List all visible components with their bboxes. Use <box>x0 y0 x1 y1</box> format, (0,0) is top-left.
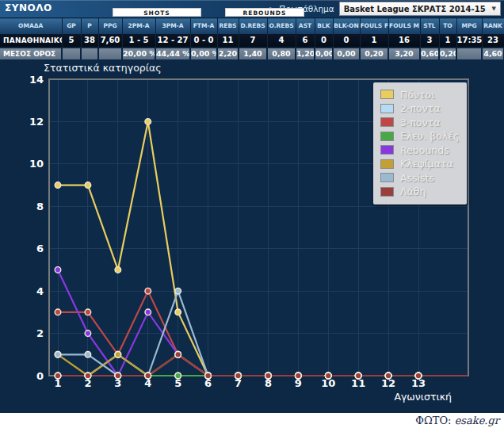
legend-swatch-icon <box>380 159 394 169</box>
data-point <box>175 309 181 315</box>
table-cell: 0,60 <box>420 48 439 59</box>
legend-item[interactable]: Rebounds <box>380 143 459 158</box>
legend-swatch-icon <box>380 187 394 197</box>
page-title: ΣΥΝΟΛΟ <box>5 2 52 13</box>
data-point <box>296 373 302 379</box>
table-cell: 1 - 5 <box>122 34 155 48</box>
y-axis-tick-label: 14 <box>29 73 44 85</box>
column-header: REBS <box>217 18 239 34</box>
table-cell <box>98 48 122 59</box>
data-point <box>325 373 331 379</box>
y-axis-tick-label: 10 <box>29 158 44 170</box>
row-label: ΠΑΝΑΘΗΝΑΙΚΟΣ <box>0 34 62 48</box>
averages-row: ΜΕΣΟΣ ΟΡΟΣ20,00 %44,44 %0,00 %2,201,400,… <box>0 48 504 59</box>
team-totals-row: ΠΑΝΑΘΗΝΑΙΚΟΣ5387,601 - 512 - 270 - 01174… <box>0 34 504 48</box>
table-cell: 4 <box>267 34 296 48</box>
legend-item[interactable]: Ελευ. βολές <box>380 129 459 143</box>
x-axis-title: Αγωνιστική <box>394 391 452 403</box>
table-cell: 0 <box>333 34 360 48</box>
data-point <box>145 309 151 315</box>
column-header: GP <box>62 18 81 34</box>
column-header: ΟΜΑΔΑ <box>0 18 62 34</box>
table-cell: 0,00 % <box>190 48 217 59</box>
legend-item[interactable]: 2-ποντα <box>380 101 459 116</box>
data-point <box>85 330 91 336</box>
legend-swatch-icon <box>380 132 394 141</box>
column-header: TO <box>439 18 456 34</box>
data-point <box>205 373 212 379</box>
legend-item[interactable]: Πόντοι <box>380 88 459 102</box>
column-header: MPG <box>456 18 482 34</box>
column-group-rebounds: REBOUNDS <box>225 8 304 17</box>
photo-credit-source: esake.gr <box>455 415 499 426</box>
column-header: 2PM-A <box>122 18 155 34</box>
table-cell: 0,20 <box>439 48 456 59</box>
column-header: 3PM-A <box>155 18 190 34</box>
data-point <box>55 309 61 315</box>
table-cell: 17:35 <box>456 34 482 48</box>
legend-item[interactable]: Κλεψίματα <box>380 157 459 171</box>
table-cell: 44,44 % <box>155 48 190 59</box>
table-cell: 4,60 <box>482 48 504 59</box>
y-axis-tick-label: 12 <box>29 115 44 127</box>
table-cell: 23 <box>482 34 504 48</box>
data-point <box>85 351 91 357</box>
y-axis-tick-label: 0 <box>36 369 44 381</box>
table-cell: 12 - 27 <box>155 34 190 48</box>
table-cell: 0,00 <box>333 48 360 59</box>
table-cell: 0,00 <box>315 48 333 59</box>
chart-title: Στατιστικά κατηγορίας <box>44 62 162 74</box>
legend-label: Ελευ. βολές <box>400 130 459 142</box>
data-point <box>145 118 151 124</box>
legend-label: Πόντοι <box>400 89 434 101</box>
photo-credit: ΦΩΤΟ: esake.gr <box>0 413 504 428</box>
league-select-value: Basket League ΣΚΡΑΤΣ 2014-15 <box>344 5 486 13</box>
table-cell: 1 <box>360 34 388 48</box>
y-axis-tick-label: 6 <box>36 243 44 254</box>
table-cell: 1,40 <box>239 48 267 59</box>
table-cell: 5 <box>62 34 81 48</box>
legend-label: 3-ποντα <box>400 117 440 128</box>
column-header: BLK-ON <box>333 18 360 34</box>
table-cell: 7,60 <box>98 34 122 48</box>
column-header: RANK <box>482 18 504 34</box>
column-header: BLK <box>315 18 333 34</box>
table-cell: 6 <box>296 34 315 48</box>
table-cell: 1,20 <box>296 48 315 59</box>
data-point <box>385 373 391 379</box>
legend-item[interactable]: Λάθη <box>380 185 459 199</box>
title-bar: ΣΥΝΟΛΟ SHOTS REBOUNDS ► Πρωτάθλημα Baske… <box>0 0 504 17</box>
legend-item[interactable]: Assists <box>380 171 459 185</box>
column-group-shots: SHOTS <box>113 8 201 17</box>
table-cell: 20,00 % <box>122 48 155 59</box>
row-label: ΜΕΣΟΣ ΟΡΟΣ <box>0 48 62 59</box>
data-point <box>85 182 91 188</box>
legend-label: Λάθη <box>400 185 426 197</box>
data-point <box>55 182 61 188</box>
table-cell: 7 <box>239 34 267 48</box>
data-point <box>55 373 61 379</box>
table-cell: 38 <box>81 34 98 48</box>
data-point <box>85 373 91 379</box>
table-cell <box>81 48 98 59</box>
legend-label: 2-ποντα <box>400 102 440 114</box>
legend-label: Κλεψίματα <box>400 158 453 170</box>
data-point <box>175 288 181 294</box>
legend-label: Assists <box>400 172 434 184</box>
table-cell: 0,80 <box>267 48 296 59</box>
table-cell: 0,20 <box>360 48 388 59</box>
data-point <box>115 351 121 357</box>
data-point <box>145 373 151 379</box>
legend-swatch-icon <box>380 145 394 155</box>
y-axis-tick-label: 8 <box>36 200 44 212</box>
data-point <box>55 351 61 357</box>
y-axis-tick-label: 2 <box>36 327 44 339</box>
column-header: AST <box>296 18 315 34</box>
column-header: PPG <box>98 18 122 34</box>
legend-item[interactable]: 3-ποντα <box>380 116 459 130</box>
photo-credit-label: ΦΩΤΟ: <box>415 415 451 426</box>
league-select[interactable]: Basket League ΣΚΡΑΤΣ 2014-15 ▼ <box>339 2 501 16</box>
table-cell <box>456 48 482 59</box>
table-cell: 11 <box>217 34 239 48</box>
stats-app: ΣΥΝΟΛΟ SHOTS REBOUNDS ► Πρωτάθλημα Baske… <box>0 0 504 428</box>
